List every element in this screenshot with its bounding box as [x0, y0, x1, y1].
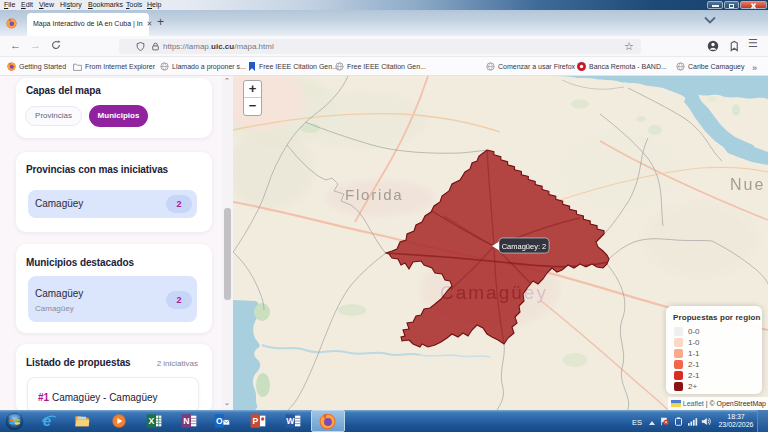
svg-text:e: e [43, 413, 51, 429]
svg-text:X: X [148, 416, 154, 426]
svg-text:N: N [183, 416, 189, 426]
svg-text:O: O [216, 416, 223, 426]
svg-text:Florida: Florida [345, 186, 403, 203]
svg-text:W: W [286, 416, 295, 426]
svg-text:Nue: Nue [730, 176, 765, 193]
svg-text:P: P [252, 416, 258, 426]
svg-text:Camagüey: 2: Camagüey: 2 [502, 242, 547, 251]
